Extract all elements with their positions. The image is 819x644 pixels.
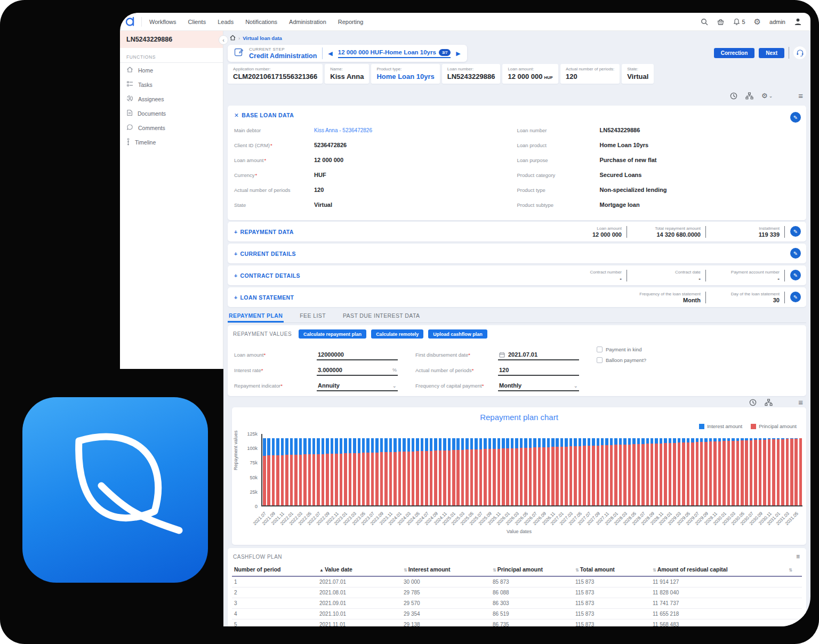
sidebar-item-home[interactable]: Home <box>120 63 223 77</box>
interest-segment <box>299 438 302 455</box>
prev-loan-arrow[interactable]: ◀ <box>328 50 332 57</box>
sidebar-item-label: Timeline <box>135 139 156 146</box>
tab-fee-list[interactable]: FEE LIST <box>299 310 327 323</box>
sidebar-item-documents[interactable]: Documents <box>120 106 223 120</box>
sort-icon[interactable]: ⇅ <box>493 568 496 573</box>
correction-button[interactable]: Correction <box>714 48 755 58</box>
first-disbursement-date-input[interactable]: 2021.07.01 <box>498 351 579 360</box>
bar <box>551 438 555 505</box>
sitemap-icon[interactable] <box>745 92 753 100</box>
column-header-value-date[interactable]: ▲Value date <box>317 564 402 576</box>
table-cell: 86 519 <box>491 609 573 619</box>
bar <box>506 438 509 505</box>
table-row[interactable]: 12021.07.0130 00085 873115 87311 914 127 <box>232 576 802 587</box>
section-title-contract_details[interactable]: +CONTRACT DETAILS <box>234 272 300 279</box>
edit-base-loan-data-button[interactable]: ✎ <box>790 112 801 123</box>
interest-segment <box>614 438 617 445</box>
basket-icon[interactable] <box>717 18 725 26</box>
loan-title[interactable]: 12 000 000 HUF-Home Loan 10yrs 3/7 <box>338 49 451 58</box>
checkbox-label: Balloon payment? <box>606 357 646 363</box>
table-row[interactable]: 42021.10.0129 35486 519115 87311 655 218 <box>232 609 802 619</box>
menu-icon[interactable]: ≡ <box>796 553 800 560</box>
actual-periods-label: Actual number of periods* <box>415 367 498 376</box>
next-button[interactable]: Next <box>759 48 784 58</box>
menu-icon[interactable]: ≡ <box>798 91 803 100</box>
field-label: Product type <box>517 187 600 193</box>
sidebar-item-assignees[interactable]: Assignees <box>120 92 223 106</box>
upload-cashflow-plan-button[interactable]: Upload cashflow plan <box>428 329 487 339</box>
notifications-bell-icon[interactable]: 5 <box>733 18 745 26</box>
user-avatar-icon[interactable] <box>794 18 802 26</box>
settings-gear-icon[interactable]: ⚙ <box>754 17 761 27</box>
column-header-principal-amount[interactable]: ⇅Principal amount <box>491 564 573 576</box>
column-header-interest-amount[interactable]: ⇅Interest amount <box>402 564 491 576</box>
calculate-repayment-plan-button[interactable]: Calculate repayment plan <box>299 329 366 339</box>
repayment-indicator-select[interactable]: Annuity⌄ <box>317 382 398 391</box>
column-header-total-amount[interactable]: ⇅Total amount <box>573 564 651 576</box>
app-logo-icon[interactable] <box>120 16 141 28</box>
history-clock-icon[interactable] <box>749 399 757 406</box>
search-icon[interactable] <box>701 18 708 26</box>
sidebar-item-tasks[interactable]: Tasks <box>120 77 223 92</box>
sidebar-item-comments[interactable]: Comments <box>120 120 223 135</box>
home-icon[interactable] <box>230 35 236 42</box>
settings-gear-dropdown-icon[interactable]: ⚙ ⌄ <box>761 92 773 100</box>
sort-icon[interactable]: ⇅ <box>575 568 579 573</box>
sidebar-loan-id[interactable]: LN5243229886 <box>120 31 223 48</box>
freq-capital-payment-select[interactable]: Monthly⌄ <box>498 382 579 391</box>
base-loan-data-title[interactable]: BASE LOAN DATA <box>242 112 294 118</box>
sort-icon[interactable]: ⇅ <box>789 568 792 573</box>
nav-item-notifications[interactable]: Notifications <box>245 19 277 25</box>
actual-periods-input[interactable]: 120 <box>498 367 579 376</box>
sort-icon[interactable]: ⇅ <box>404 568 407 573</box>
sort-icon[interactable]: ⇅ <box>653 568 656 573</box>
calendar-icon[interactable] <box>499 352 505 358</box>
loan-amount-input[interactable]: 12000000 <box>317 351 398 360</box>
checkbox-balloon-payment-[interactable] <box>597 357 603 363</box>
column-header-amount-of-residual-capital[interactable]: ⇅Amount of residual capital <box>651 564 786 576</box>
nav-item-leads[interactable]: Leads <box>218 19 234 25</box>
nav-item-administration[interactable]: Administration <box>289 19 326 25</box>
interest-rate-input[interactable]: 3.000000% <box>317 367 398 376</box>
field-row: Product subtypeMortgage loan <box>517 197 800 212</box>
edit-loan_statement-button[interactable]: ✎ <box>790 292 801 302</box>
interest-segment <box>687 438 690 442</box>
section-title-current_details[interactable]: +CURRENT DETAILS <box>234 251 296 257</box>
tab-past-due-interest-data[interactable]: PAST DUE INTEREST DATA <box>342 310 421 323</box>
section-title-loan_statement[interactable]: +LOAN STATEMENT <box>234 294 294 301</box>
calculate-remotely-button[interactable]: Calculate remotely <box>371 329 423 339</box>
section-title-repayment_data[interactable]: +REPAYMENT DATA <box>234 229 294 235</box>
bar <box>768 438 771 505</box>
field-value[interactable]: Kiss Anna - 5236472826 <box>314 127 372 133</box>
edit-current_details-button[interactable]: ✎ <box>790 248 801 259</box>
edit-contract_details-button[interactable]: ✎ <box>790 270 801 280</box>
nav-item-workflows[interactable]: Workflows <box>149 19 176 25</box>
support-headset-icon[interactable] <box>793 46 806 59</box>
sort-asc-icon[interactable]: ▲ <box>319 568 324 573</box>
principal-segment <box>777 439 780 505</box>
breadcrumb-page[interactable]: Virtual loan data <box>243 35 282 41</box>
table-row[interactable]: 52021.11.0129 13886 735115 87311 568 483 <box>232 619 802 627</box>
nav-item-clients[interactable]: Clients <box>188 19 206 25</box>
sidebar-item-timeline[interactable]: Timeline <box>120 135 223 150</box>
menu-icon[interactable]: ≡ <box>798 398 803 407</box>
checkbox-payment-in-kind[interactable] <box>597 347 603 352</box>
history-clock-icon[interactable] <box>730 92 737 100</box>
column-header-number-of-period[interactable]: Number of period <box>232 564 317 576</box>
table-row[interactable]: 32021.09.0129 57086 303115 87311 741 737 <box>232 598 802 609</box>
interest-segment <box>704 438 708 442</box>
edit-repayment_data-button[interactable]: ✎ <box>790 226 801 237</box>
plus-icon: + <box>234 229 238 235</box>
table-row[interactable]: 22021.08.0129 78586 088115 87311 828 040 <box>232 587 802 598</box>
table-cell: 29 138 <box>402 619 491 627</box>
sidebar-item-label: Assignees <box>138 96 164 102</box>
interest-segment <box>651 438 654 444</box>
next-loan-arrow[interactable]: ▶ <box>456 50 460 57</box>
document-icon <box>126 109 133 117</box>
tab-repayment-plan[interactable]: REPAYMENT PLAN <box>228 310 284 323</box>
sitemap-icon[interactable] <box>765 399 773 406</box>
collapse-x-icon[interactable]: ✕ <box>234 112 239 118</box>
sidebar-collapse-button[interactable]: ‹ <box>219 35 228 45</box>
nav-item-reporting[interactable]: Reporting <box>338 19 364 25</box>
principal-segment <box>745 440 748 505</box>
